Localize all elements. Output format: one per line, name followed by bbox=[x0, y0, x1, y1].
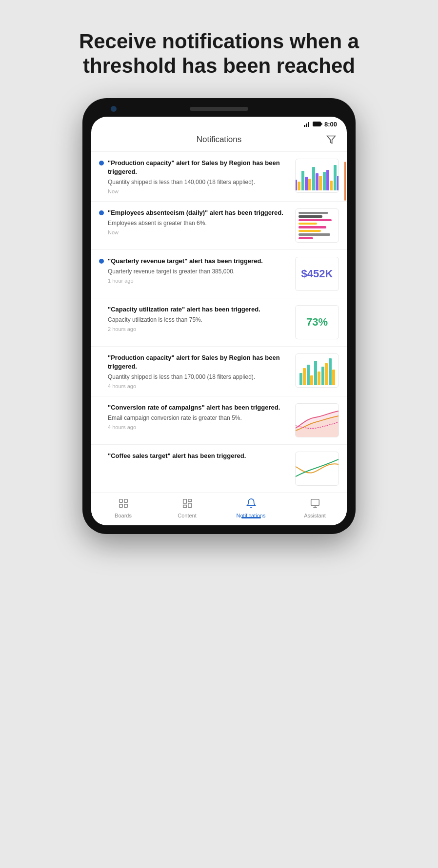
unread-dot bbox=[99, 355, 104, 360]
svg-rect-9 bbox=[124, 504, 127, 507]
notification-item[interactable]: "Quarterly revenue target" alert has bee… bbox=[91, 250, 347, 298]
svg-rect-2 bbox=[308, 122, 309, 127]
svg-rect-4 bbox=[321, 123, 322, 125]
notification-title: "Capacity utilization rate" alert has be… bbox=[108, 305, 291, 314]
app-header: Notifications bbox=[91, 130, 347, 152]
notification-time: 1 hour ago bbox=[108, 278, 291, 284]
svg-rect-3 bbox=[313, 122, 321, 126]
unread-dot bbox=[99, 210, 104, 215]
unread-dot bbox=[99, 161, 104, 165]
chart-thumbnail: $452K bbox=[295, 257, 339, 291]
unread-dot bbox=[99, 259, 104, 264]
notification-content: "Production capacity" alert for Sales by… bbox=[108, 159, 291, 194]
notification-item[interactable]: "Employees absenteeism (daily)" alert ha… bbox=[91, 202, 347, 250]
kpi-value: $452K bbox=[301, 268, 333, 280]
notification-title: "Employees absenteeism (daily)" alert ha… bbox=[108, 208, 291, 217]
phone-mockup: 8:00 Notifications "Prod bbox=[82, 98, 356, 549]
notification-title: "Production capacity" alert for Sales by… bbox=[108, 353, 291, 371]
line-chart-svg bbox=[296, 452, 338, 485]
chart-thumbnail bbox=[295, 452, 339, 486]
status-icons: 8:00 bbox=[304, 121, 337, 128]
nav-item-notifications[interactable]: Notifications bbox=[219, 498, 283, 518]
chart-thumbnail bbox=[295, 353, 339, 388]
notification-time: Now bbox=[108, 188, 291, 194]
scrollbar bbox=[344, 162, 346, 201]
phone-camera bbox=[111, 106, 117, 112]
phone-speaker bbox=[190, 107, 248, 111]
notification-content: "Conversion rate of campaigns" alert has… bbox=[108, 403, 291, 430]
notification-time: Now bbox=[108, 229, 291, 235]
notification-item[interactable]: "Coffee sales target" alert has been tri… bbox=[91, 445, 347, 493]
phone-frame: 8:00 Notifications "Prod bbox=[82, 98, 356, 534]
nav-item-boards[interactable]: Boards bbox=[91, 498, 155, 518]
nav-item-content[interactable]: Content bbox=[155, 498, 219, 518]
svg-rect-10 bbox=[311, 499, 319, 506]
page-header: Receive notifications when a threshold h… bbox=[0, 0, 438, 98]
bottom-nav: Boards Content bbox=[91, 493, 347, 525]
notification-desc: Capacity utilization is less than 75%. bbox=[108, 316, 291, 324]
svg-rect-7 bbox=[124, 499, 127, 502]
notification-title: "Quarterly revenue target" alert has bee… bbox=[108, 257, 291, 266]
svg-rect-6 bbox=[119, 499, 122, 502]
active-indicator bbox=[241, 517, 261, 518]
notification-title: "Conversion rate of campaigns" alert has… bbox=[108, 403, 291, 412]
notification-content: "Production capacity" alert for Sales by… bbox=[108, 353, 291, 389]
svg-rect-8 bbox=[119, 504, 122, 507]
notification-time: 4 hours ago bbox=[108, 424, 291, 430]
notification-desc: Quantity shipped is less than 170,000 (1… bbox=[108, 373, 291, 381]
assistant-icon bbox=[310, 498, 320, 511]
signal-icon bbox=[304, 121, 311, 127]
notification-item[interactable]: "Production capacity" alert for Sales by… bbox=[91, 152, 347, 202]
chart-thumbnail: 73% bbox=[295, 305, 339, 339]
nav-item-assistant[interactable]: Assistant bbox=[283, 498, 347, 518]
svg-rect-1 bbox=[306, 124, 307, 127]
battery-icon bbox=[313, 121, 322, 127]
notification-title: "Coffee sales target" alert has been tri… bbox=[108, 452, 291, 460]
notification-content: "Employees absenteeism (daily)" alert ha… bbox=[108, 208, 291, 235]
status-bar: 8:00 bbox=[91, 117, 347, 130]
phone-top-bar bbox=[91, 107, 347, 117]
app-title: Notifications bbox=[113, 135, 325, 145]
line-chart-svg bbox=[296, 404, 338, 437]
content-icon bbox=[182, 498, 193, 511]
notification-item[interactable]: "Capacity utilization rate" alert has be… bbox=[91, 298, 347, 347]
nav-label-content: Content bbox=[178, 513, 197, 518]
unread-dot bbox=[99, 454, 104, 458]
nav-label-assistant: Assistant bbox=[304, 513, 326, 518]
notifications-list: "Production capacity" alert for Sales by… bbox=[91, 152, 347, 493]
notification-item[interactable]: "Production capacity" alert for Sales by… bbox=[91, 347, 347, 396]
unread-dot bbox=[99, 307, 104, 312]
notification-desc: Email campaign conversion rate is greate… bbox=[108, 414, 291, 422]
svg-marker-5 bbox=[327, 136, 336, 143]
notification-content: "Coffee sales target" alert has been tri… bbox=[108, 452, 291, 462]
chart-thumbnail bbox=[295, 403, 339, 437]
notification-desc: Quantity shipped is less than 140,000 (1… bbox=[108, 178, 291, 186]
notification-content: "Capacity utilization rate" alert has be… bbox=[108, 305, 291, 332]
chart-thumbnail bbox=[295, 159, 339, 193]
notification-desc: Employees absent is greater than 6%. bbox=[108, 219, 291, 227]
filter-icon[interactable] bbox=[325, 134, 337, 145]
status-time: 8:00 bbox=[324, 121, 337, 128]
notification-desc: Quarterly revenue target is greater than… bbox=[108, 268, 291, 276]
phone-screen: 8:00 Notifications "Prod bbox=[91, 117, 347, 525]
chart-thumbnail bbox=[295, 208, 339, 243]
kpi-value: 73% bbox=[306, 316, 328, 329]
notification-item[interactable]: "Conversion rate of campaigns" alert has… bbox=[91, 396, 347, 445]
boards-icon bbox=[118, 498, 129, 511]
notifications-icon bbox=[246, 498, 257, 511]
notification-content: "Quarterly revenue target" alert has bee… bbox=[108, 257, 291, 284]
notification-title: "Production capacity" alert for Sales by… bbox=[108, 159, 291, 176]
unread-dot bbox=[99, 405, 104, 410]
nav-label-boards: Boards bbox=[115, 513, 132, 518]
notification-time: 2 hours ago bbox=[108, 326, 291, 332]
svg-rect-0 bbox=[304, 125, 305, 127]
notification-time: 4 hours ago bbox=[108, 383, 291, 389]
